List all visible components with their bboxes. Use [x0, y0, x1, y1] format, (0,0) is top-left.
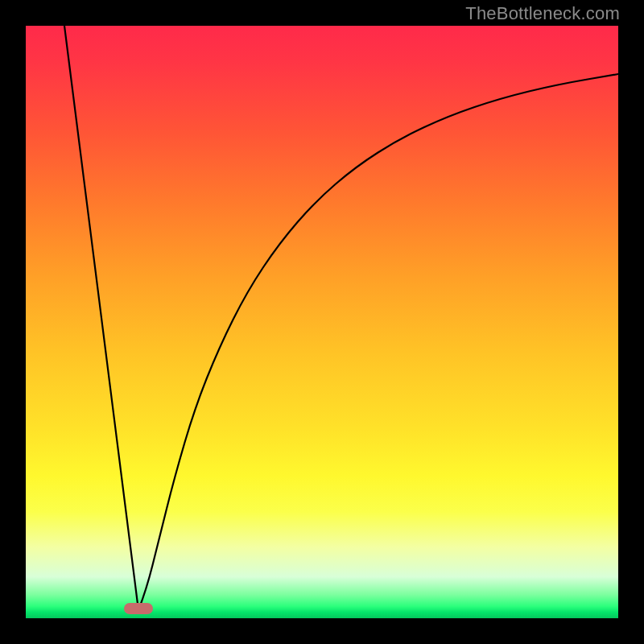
- series-right-curve: [138, 74, 618, 610]
- plot-area: [26, 26, 618, 618]
- curve-svg: [26, 26, 618, 618]
- bottleneck-marker: [124, 603, 153, 614]
- watermark-text: TheBottleneck.com: [465, 3, 620, 24]
- series-left-line: [64, 26, 138, 610]
- chart-frame: TheBottleneck.com: [0, 0, 644, 644]
